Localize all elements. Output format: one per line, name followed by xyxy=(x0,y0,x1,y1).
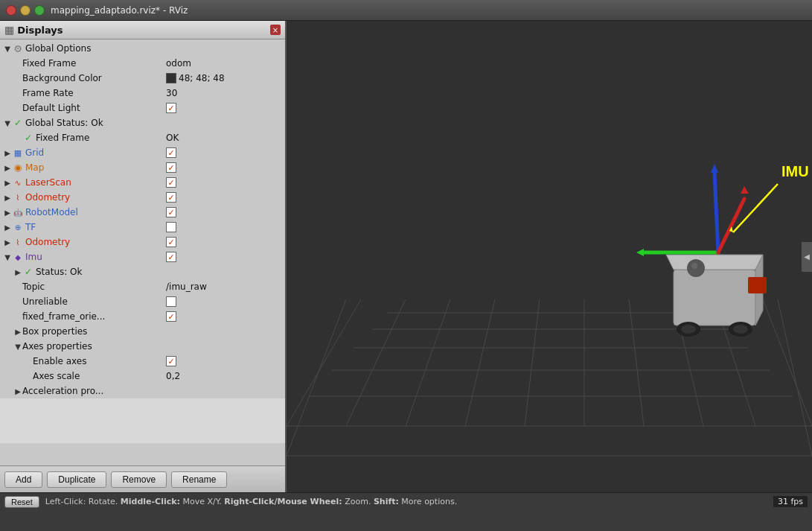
fixed-frame-orie-label: fixed_frame_orie... xyxy=(22,311,166,322)
fixed-frame-orie-row[interactable]: fixed_frame_orie... xyxy=(0,309,285,324)
enable-axes-row[interactable]: Enable axes xyxy=(0,354,285,369)
odometry1-row[interactable]: ⌇ Odometry xyxy=(0,190,285,205)
odometry2-checkbox-cell xyxy=(166,237,285,247)
remove-button[interactable]: Remove xyxy=(111,471,167,488)
tf-row[interactable]: ⊕ TF xyxy=(0,220,285,235)
odometry2-checkbox[interactable] xyxy=(166,237,176,247)
imu-label: Imu xyxy=(25,252,166,262)
odometry1-checkbox[interactable] xyxy=(166,192,176,203)
unreliable-checkbox-cell xyxy=(166,296,285,307)
ffe-checkbox-cell xyxy=(166,311,285,322)
global-status-arrow[interactable] xyxy=(3,119,12,127)
global-status-icon: ✓ xyxy=(12,117,24,129)
sidebar-close-button[interactable]: × xyxy=(270,25,281,35)
tf-arrow[interactable] xyxy=(3,223,12,232)
laserscan-row[interactable]: ∿ LaserScan xyxy=(0,175,285,190)
rename-button[interactable]: Rename xyxy=(171,471,227,488)
window-title: mapping_adaptado.rviz* - RViz xyxy=(51,5,188,16)
grid-row[interactable]: ▦ Grid xyxy=(0,145,285,160)
topic-row[interactable]: Topic /imu_raw xyxy=(0,279,285,294)
axes-arrow[interactable] xyxy=(13,343,22,351)
ff-status-label: Fixed Frame xyxy=(36,133,166,143)
titlebar: mapping_adaptado.rviz* - RViz xyxy=(0,0,812,21)
svg-point-29 xyxy=(691,263,697,269)
robotmodel-checkbox[interactable] xyxy=(166,207,176,217)
duplicate-button[interactable]: Duplicate xyxy=(47,471,106,488)
3d-viewport[interactable]: IMU ◀ xyxy=(287,21,812,492)
grid-checkbox-cell xyxy=(166,147,285,158)
sidebar-header: ▦ Displays × xyxy=(0,21,285,39)
accel-arrow[interactable] xyxy=(13,387,22,395)
panel-collapse-arrow[interactable]: ◀ xyxy=(802,242,812,272)
reset-button[interactable]: Reset xyxy=(4,496,39,508)
sidebar-empty-space xyxy=(0,398,285,443)
fixed-frame-row[interactable]: Fixed Frame odom xyxy=(0,56,285,71)
frame-rate-label: Frame Rate xyxy=(22,88,166,98)
box-arrow[interactable] xyxy=(13,328,22,336)
statusbar-hint-middle: Middle-Click: xyxy=(121,497,180,506)
ff-status-icon: ✓ xyxy=(22,132,34,144)
global-options-arrow[interactable] xyxy=(3,45,12,53)
map-checkbox-cell xyxy=(166,162,285,173)
tf-checkbox-cell xyxy=(166,222,285,232)
statusbar-hint-shift: Shift: xyxy=(374,497,399,506)
bg-color-value[interactable]: 48; 48; 48 xyxy=(166,73,285,83)
default-light-checkbox[interactable] xyxy=(166,103,176,113)
box-properties-row[interactable]: Box properties xyxy=(0,324,285,339)
viewport-grid: IMU xyxy=(287,21,812,492)
laserscan-label: LaserScan xyxy=(25,177,166,188)
axes-scale-row[interactable]: Axes scale 0,2 xyxy=(0,369,285,384)
robotmodel-arrow[interactable] xyxy=(3,209,12,217)
close-button[interactable] xyxy=(6,5,16,16)
map-label: Map xyxy=(25,162,166,173)
imu-checkbox[interactable] xyxy=(166,252,176,262)
laserscan-icon: ∿ xyxy=(12,177,24,188)
robotmodel-row[interactable]: 🤖 RobotModel xyxy=(0,205,285,220)
add-button[interactable]: Add xyxy=(4,471,42,488)
odometry1-icon: ⌇ xyxy=(12,191,24,203)
axes-scale-value[interactable]: 0,2 xyxy=(166,371,285,381)
imu-status-arrow[interactable] xyxy=(13,268,22,276)
unreliable-row[interactable]: Unreliable xyxy=(0,294,285,309)
odometry2-arrow[interactable] xyxy=(3,238,12,247)
odometry1-arrow[interactable] xyxy=(3,194,12,202)
maximize-button[interactable] xyxy=(34,5,45,16)
acceleration-pro-label: Acceleration pro... xyxy=(22,386,285,396)
global-status-row[interactable]: ✓ Global Status: Ok xyxy=(0,115,285,130)
bg-color-swatch xyxy=(166,73,176,83)
enable-axes-checkbox[interactable] xyxy=(166,356,176,366)
imu-status-row[interactable]: ✓ Status: Ok xyxy=(0,264,285,279)
map-checkbox[interactable] xyxy=(166,162,176,173)
tf-checkbox[interactable] xyxy=(166,222,176,232)
odometry2-row[interactable]: ⌇ Odometry xyxy=(0,235,285,249)
fps-counter: 31 fps xyxy=(773,496,808,507)
bg-color-row[interactable]: Background Color 48; 48; 48 xyxy=(0,71,285,86)
map-row[interactable]: ◉ Map xyxy=(0,160,285,175)
map-arrow[interactable] xyxy=(3,164,12,172)
svg-text:IMU: IMU xyxy=(781,163,809,179)
ff-status-value: OK xyxy=(166,133,285,143)
imu-row[interactable]: ◆ Imu xyxy=(0,249,285,264)
frame-rate-value[interactable]: 30 xyxy=(166,88,285,98)
displays-tree: ⚙ Global Options Fixed Frame odom Backgr… xyxy=(0,39,285,465)
statusbar: Reset Left-Click: Rotate. Middle-Click: … xyxy=(0,492,812,510)
global-options-row[interactable]: ⚙ Global Options xyxy=(0,41,285,56)
laserscan-checkbox[interactable] xyxy=(166,177,176,188)
grid-arrow[interactable] xyxy=(3,149,12,157)
axes-properties-row[interactable]: Axes properties xyxy=(0,339,285,354)
svg-rect-23 xyxy=(748,277,767,293)
odometry1-label: Odometry xyxy=(25,192,166,203)
frame-rate-row[interactable]: Frame Rate 30 xyxy=(0,86,285,101)
unreliable-checkbox[interactable] xyxy=(166,296,176,307)
default-light-row[interactable]: Default Light xyxy=(0,101,285,115)
laserscan-arrow[interactable] xyxy=(3,179,12,187)
topic-value[interactable]: /imu_raw xyxy=(166,282,285,292)
fixed-frame-status-row[interactable]: ✓ Fixed Frame OK xyxy=(0,130,285,145)
fixed-frame-value[interactable]: odom xyxy=(166,58,285,69)
minimize-button[interactable] xyxy=(20,5,31,16)
imu-arrow-expand[interactable] xyxy=(3,253,12,261)
acceleration-pro-row[interactable]: Acceleration pro... xyxy=(0,384,285,398)
grid-checkbox[interactable] xyxy=(166,147,176,158)
ffe-checkbox[interactable] xyxy=(166,311,176,322)
window-controls xyxy=(6,5,45,16)
